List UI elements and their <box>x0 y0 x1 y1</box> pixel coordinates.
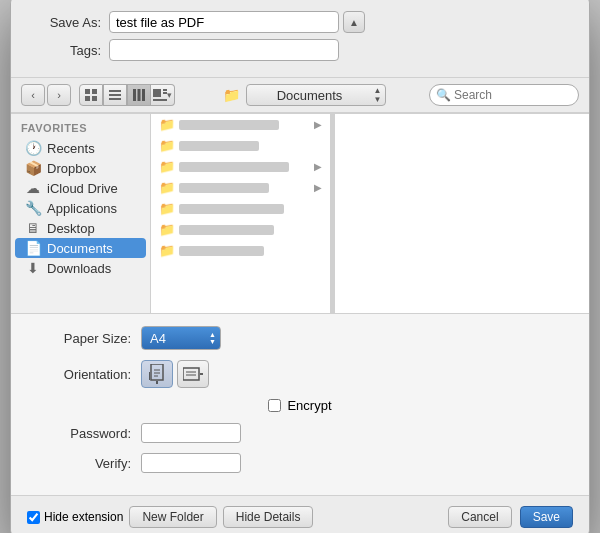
svg-rect-5 <box>109 94 121 96</box>
view-list-button[interactable] <box>103 84 127 106</box>
sidebar-item-applications[interactable]: 🔧 Applications <box>15 198 146 218</box>
nav-buttons: ‹ › <box>21 84 71 106</box>
view-icons-button[interactable] <box>79 84 103 106</box>
file-name <box>179 183 269 193</box>
svg-rect-7 <box>133 89 136 101</box>
sidebar-item-label: Applications <box>47 201 117 216</box>
cancel-button[interactable]: Cancel <box>448 506 511 528</box>
encrypt-row: Encrypt <box>31 398 569 413</box>
svg-rect-13 <box>153 99 167 101</box>
location-wrapper: Documents ▲ ▼ <box>246 84 386 106</box>
file-item[interactable]: 📁 ▶ <box>151 177 330 198</box>
folder-icon: 📁 <box>159 138 175 153</box>
sidebar-item-dropbox[interactable]: 📦 Dropbox <box>15 158 146 178</box>
svg-rect-14 <box>151 364 163 380</box>
landscape-button[interactable] <box>177 360 209 388</box>
forward-button[interactable]: › <box>47 84 71 106</box>
svg-rect-10 <box>153 89 161 97</box>
sidebar-item-icloud[interactable]: ☁ iCloud Drive <box>15 178 146 198</box>
search-icon: 🔍 <box>436 88 451 102</box>
sidebar: Favorites 🕐 Recents 📦 Dropbox ☁ iCloud D… <box>11 114 151 313</box>
tags-input[interactable] <box>109 39 339 61</box>
password-row: Password: <box>31 423 569 443</box>
password-label: Password: <box>31 426 131 441</box>
file-item[interactable]: 📁 <box>151 198 330 219</box>
save-button[interactable]: Save <box>520 506 573 528</box>
view-buttons: ▾ <box>79 84 175 106</box>
sidebar-item-desktop[interactable]: 🖥 Desktop <box>15 218 146 238</box>
password-input[interactable] <box>141 423 241 443</box>
save-as-input[interactable] <box>109 11 339 33</box>
sidebar-item-recents[interactable]: 🕐 Recents <box>15 138 146 158</box>
dropbox-icon: 📦 <box>25 160 41 176</box>
paper-size-select[interactable]: A4 Letter Legal <box>141 326 221 350</box>
svg-rect-3 <box>92 96 97 101</box>
file-item[interactable]: 📁 <box>151 219 330 240</box>
arrow-icon: ▶ <box>314 161 322 172</box>
expand-button[interactable]: ▲ <box>343 11 365 33</box>
sidebar-item-label: Documents <box>47 241 113 256</box>
sidebar-item-label: Recents <box>47 141 95 156</box>
hide-extension-label: Hide extension <box>44 510 123 524</box>
folder-icon: 📁 <box>159 180 175 195</box>
search-input[interactable] <box>429 84 579 106</box>
search-wrapper: 🔍 <box>429 84 579 106</box>
bottom-bar-left: Hide extension New Folder Hide Details <box>27 506 313 528</box>
svg-rect-0 <box>85 89 90 94</box>
folder-icon: 📁 <box>159 201 175 216</box>
view-gallery-button[interactable]: ▾ <box>151 84 175 106</box>
save-dialog: Save As: ▲ Tags: ‹ › <box>10 0 590 533</box>
preview-column <box>335 114 589 313</box>
location-select[interactable]: Documents <box>246 84 386 106</box>
svg-rect-1 <box>92 89 97 94</box>
svg-rect-8 <box>138 89 141 101</box>
file-item[interactable]: 📁 <box>151 240 330 261</box>
paper-size-row: Paper Size: A4 Letter Legal ▲ ▼ <box>31 326 569 350</box>
tags-row: Tags: <box>31 39 569 61</box>
file-name <box>179 120 279 130</box>
orientation-buttons <box>141 360 209 388</box>
arrow-icon: ▶ <box>314 182 322 193</box>
sidebar-item-label: Dropbox <box>47 161 96 176</box>
file-name <box>179 162 289 172</box>
paper-size-label: Paper Size: <box>31 331 131 346</box>
encrypt-checkbox[interactable] <box>268 399 281 412</box>
applications-icon: 🔧 <box>25 200 41 216</box>
file-list-area: 📁 ▶ 📁 📁 ▶ 📁 ▶ <box>151 114 589 313</box>
arrow-icon: ▶ <box>314 119 322 130</box>
hide-details-button[interactable]: Hide Details <box>223 506 314 528</box>
documents-icon: 📄 <box>25 240 41 256</box>
svg-rect-4 <box>109 90 121 92</box>
view-columns-button[interactable] <box>127 84 151 106</box>
icloud-icon: ☁ <box>25 180 41 196</box>
pdf-options: Paper Size: A4 Letter Legal ▲ ▼ Orientat… <box>11 313 589 495</box>
location-bar: 📁 Documents ▲ ▼ <box>183 84 425 106</box>
verify-input[interactable] <box>141 453 241 473</box>
svg-rect-20 <box>183 368 199 380</box>
file-name <box>179 141 259 151</box>
svg-rect-6 <box>109 98 121 100</box>
svg-rect-2 <box>85 96 90 101</box>
new-folder-button[interactable]: New Folder <box>129 506 216 528</box>
toolbar: ‹ › <box>11 77 589 113</box>
sidebar-item-downloads[interactable]: ⬇ Downloads <box>15 258 146 278</box>
desktop-icon: 🖥 <box>25 220 41 236</box>
hide-extension-checkbox[interactable] <box>27 511 40 524</box>
file-item[interactable]: 📁 ▶ <box>151 156 330 177</box>
folder-icon: 📁 <box>159 117 175 132</box>
orientation-label: Orientation: <box>31 367 131 382</box>
hide-extension-wrapper: Hide extension <box>27 510 123 524</box>
top-section: Save As: ▲ Tags: <box>11 0 589 77</box>
file-item[interactable]: 📁 ▶ <box>151 114 330 135</box>
back-button[interactable]: ‹ <box>21 84 45 106</box>
file-item[interactable]: 📁 <box>151 135 330 156</box>
recents-icon: 🕐 <box>25 140 41 156</box>
verify-row: Verify: <box>31 453 569 473</box>
sidebar-item-documents[interactable]: 📄 Documents <box>15 238 146 258</box>
sidebar-item-label: Downloads <box>47 261 111 276</box>
file-name <box>179 246 264 256</box>
paper-select-wrapper: A4 Letter Legal ▲ ▼ <box>141 326 221 350</box>
save-as-label: Save As: <box>31 15 101 30</box>
portrait-button[interactable] <box>141 360 173 388</box>
encrypt-label: Encrypt <box>287 398 331 413</box>
